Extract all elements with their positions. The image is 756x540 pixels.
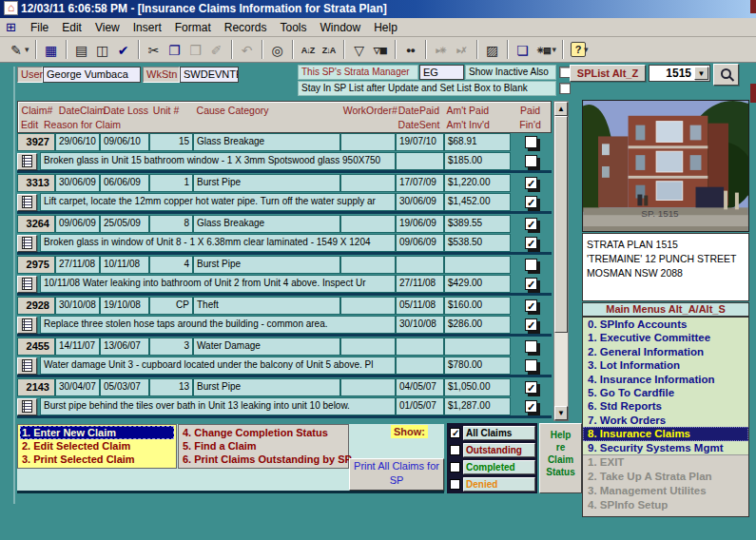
cause-category-cell[interactable]: Burst Pipe	[193, 174, 340, 192]
cause-category-cell[interactable]: Burst Pipe	[193, 378, 340, 396]
user-field[interactable]: George Vumbaca	[43, 67, 141, 83]
filter-checkbox-completed[interactable]	[450, 462, 460, 472]
reason-cell[interactable]: Lift carpet, locate the 12mm copper hot …	[40, 193, 396, 211]
claim-record[interactable]: 2143 30/04/07 05/03/07 13 Burst Pipe 04/…	[17, 378, 552, 418]
date-loss-cell[interactable]: 25/05/09	[100, 215, 149, 233]
claim-number-cell[interactable]: 2455	[17, 338, 55, 356]
new-layout-icon[interactable]: ✳▤	[533, 40, 554, 60]
wkstn-field[interactable]: SWDEVNTE	[180, 67, 239, 83]
date-sent-cell[interactable]: 01/05/07	[396, 397, 444, 415]
amount-invoiced-cell[interactable]: $1,452.00	[444, 193, 511, 211]
paid-checkbox[interactable]	[525, 218, 537, 230]
delete-record-icon[interactable]: ▸✗	[452, 40, 473, 60]
edit-claim-button[interactable]	[17, 153, 37, 170]
edit-claim-button[interactable]	[17, 357, 37, 375]
action-3-print-selected-claim[interactable]: 3. Print Selected Claim	[20, 453, 174, 466]
paid-checkbox[interactable]	[525, 299, 537, 312]
menu-edit[interactable]: Edit	[55, 19, 88, 36]
amount-invoiced-cell[interactable]: $429.00	[444, 275, 511, 293]
menu-insert[interactable]: Insert	[126, 19, 168, 36]
claim-record[interactable]: 3927 29/06/10 09/06/10 15 Glass Breakage…	[17, 133, 552, 173]
claim-number-cell[interactable]: 2975	[17, 256, 55, 274]
filter-icon[interactable]: ▽	[349, 40, 370, 60]
date-claim-cell[interactable]: 29/06/10	[55, 133, 100, 151]
date-paid-cell[interactable]: 17/07/09	[396, 174, 444, 192]
action-5-find-a-claim[interactable]: 5. Find a Claim	[181, 439, 346, 453]
work-order-cell[interactable]	[340, 215, 396, 233]
properties-icon[interactable]: ▨	[482, 40, 503, 60]
work-order-cell[interactable]	[340, 297, 396, 315]
work-order-cell[interactable]	[340, 378, 396, 396]
date-claim-cell[interactable]: 14/11/07	[55, 338, 100, 356]
cause-category-cell[interactable]: Burst Pipe	[193, 256, 340, 274]
claim-record[interactable]: 2975 27/11/08 10/11/08 4 Burst Pipe 10/1…	[17, 256, 552, 296]
sidebar-item-3-management-utilites[interactable]: 3. Management Utilites	[583, 484, 748, 498]
print-all-claims-button[interactable]: Print All Claims for SP	[349, 458, 444, 491]
date-paid-cell[interactable]	[396, 338, 444, 356]
paid-checkbox[interactable]	[525, 340, 537, 353]
work-order-cell[interactable]	[340, 256, 396, 274]
amount-paid-cell[interactable]: $68.91	[444, 133, 511, 151]
date-claim-cell[interactable]: 30/10/08	[55, 297, 100, 315]
undo-icon[interactable]: ↶	[237, 40, 258, 60]
date-sent-cell[interactable]: 27/11/08	[396, 275, 444, 293]
amount-invoiced-cell[interactable]: $538.50	[444, 234, 511, 252]
filter-checkbox-outstanding[interactable]	[450, 445, 460, 455]
edit-claim-button[interactable]	[17, 276, 37, 293]
date-claim-cell[interactable]: 09/06/09	[55, 215, 100, 233]
filter-define-icon[interactable]: ▽▦	[370, 40, 391, 60]
dropdown-caret-icon[interactable]: ▾	[552, 45, 557, 54]
claim-record[interactable]: 3313 30/06/09 06/06/09 1 Burst Pipe 17/0…	[17, 174, 552, 214]
sidebar-item-4-insurance-information[interactable]: 4. Insurance Information	[583, 373, 748, 386]
scroll-down-icon[interactable]: ▼	[554, 406, 568, 420]
claim-record[interactable]: 2928 30/10/08 19/10/08 CP Theft 05/11/08…	[17, 297, 552, 337]
paid-checkbox[interactable]	[525, 381, 537, 394]
claims-scrollbar[interactable]: ▲ ▼	[553, 101, 569, 421]
save-icon[interactable]: ▦	[41, 40, 62, 60]
date-loss-cell[interactable]: 10/11/08	[100, 256, 149, 274]
unit-cell[interactable]: 3	[149, 338, 193, 356]
date-sent-cell[interactable]	[396, 152, 444, 170]
cause-category-cell[interactable]: Water Damage	[193, 338, 340, 356]
date-paid-cell[interactable]	[396, 256, 444, 274]
paste-icon[interactable]: ❒	[185, 40, 206, 60]
sort-descending-icon[interactable]: Z↓A	[319, 40, 339, 60]
stay-in-sp-list-checkbox[interactable]	[559, 83, 571, 94]
dropdown-caret-icon[interactable]: ▾	[584, 45, 589, 54]
reason-cell[interactable]: Replace three stolen hose taps around th…	[40, 316, 396, 334]
work-order-cell[interactable]	[340, 174, 396, 192]
filter-label-completed[interactable]: Completed	[463, 460, 535, 474]
action-1-enter-new-claim[interactable]: 1. Enter New Claim	[20, 426, 174, 439]
action-6-print-claims-outstanding-by-sp[interactable]: 6. Print Claims Outstanding by SP	[181, 453, 346, 466]
date-sent-cell[interactable]: 30/06/09	[396, 193, 444, 211]
edit-claim-button[interactable]	[17, 317, 37, 334]
reason-cell[interactable]: Broken glass in Unit 15 bathroom window …	[40, 152, 396, 170]
sidebar-item-9-security-systems-mgmt[interactable]: 9. Security Systems Mgmt	[583, 441, 748, 454]
amount-paid-cell[interactable]: $389.55	[444, 215, 511, 233]
sidebar-item-8-insurance-claims[interactable]: 8. Insurance Claims	[583, 427, 748, 440]
date-loss-cell[interactable]: 09/06/10	[100, 133, 149, 151]
unit-cell[interactable]: CP	[149, 297, 193, 315]
paid-checkbox[interactable]	[525, 136, 537, 148]
amount-invoiced-cell[interactable]: $185.00	[444, 152, 511, 170]
scroll-up-icon[interactable]: ▲	[554, 102, 568, 116]
paid-checkbox[interactable]	[525, 259, 537, 271]
menu-help[interactable]: Help	[367, 19, 404, 36]
filter-label-outstanding[interactable]: Outstanding	[463, 443, 535, 457]
find-checkbox[interactable]	[525, 155, 537, 167]
reason-cell[interactable]: Broken glass in window of Unit 8 - 1 X 6…	[40, 234, 396, 252]
action-2-edit-selected-claim[interactable]: 2. Edit Selected Claim	[20, 439, 174, 453]
amount-paid-cell[interactable]: $160.00	[444, 297, 511, 315]
date-paid-cell[interactable]: 19/06/09	[396, 215, 444, 233]
search-sp-button[interactable]	[713, 64, 739, 86]
find-checkbox[interactable]	[525, 196, 537, 208]
dropdown-caret-icon[interactable]: ▾	[25, 45, 29, 54]
find-checkbox[interactable]	[525, 237, 537, 249]
work-order-cell[interactable]	[340, 133, 396, 151]
claim-number-cell[interactable]: 2928	[17, 297, 55, 315]
sidebar-item-3-lot-information[interactable]: 3. Lot Information	[583, 358, 748, 372]
claim-number-cell[interactable]: 3313	[17, 174, 55, 192]
format-painter-icon[interactable]: ✐	[206, 40, 227, 60]
claim-record[interactable]: 2455 14/11/07 13/06/07 3 Water Damage Wa…	[17, 338, 552, 377]
claim-number-cell[interactable]: 2143	[17, 378, 55, 396]
